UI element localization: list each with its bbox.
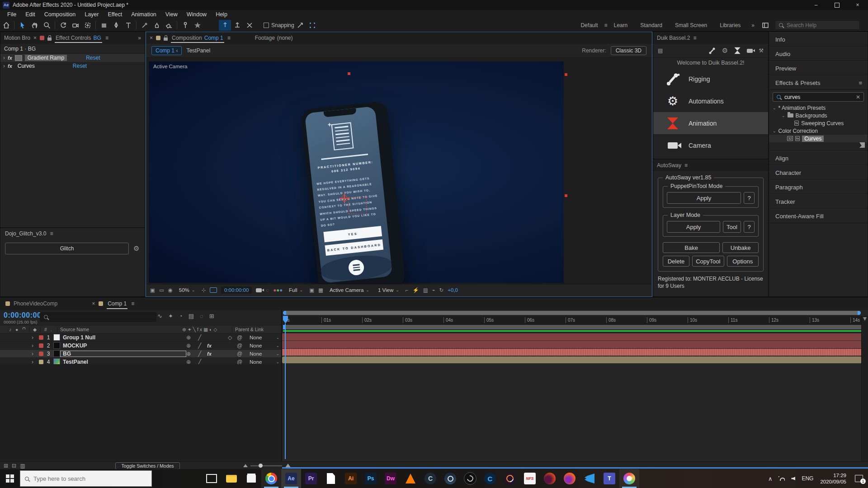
taskbar-search-input[interactable]: [33, 475, 125, 483]
tab-duik[interactable]: Duik Bassel.2: [657, 35, 690, 41]
nfs-icon[interactable]: NFS: [520, 469, 540, 488]
snap-angle-icon[interactable]: [294, 20, 307, 31]
layer-row-group-1-null[interactable]: › 1 Group 1 Null ⊕ ╱ ◇ @ None⌄: [0, 333, 281, 342]
composition-viewer[interactable]: Active Camera + PRACTITIONER NUMBER:: [146, 58, 651, 284]
menu-help[interactable]: Help: [211, 11, 232, 18]
hand-tool-icon[interactable]: [28, 20, 41, 31]
menu-window[interactable]: Window: [182, 11, 211, 18]
help-search-input[interactable]: [786, 22, 842, 29]
tree-animation-presets[interactable]: ⌄ * Animation Presets: [769, 104, 868, 112]
teams-icon[interactable]: T: [599, 469, 619, 488]
tab-phonevideocomp[interactable]: PhoneVideoComp: [14, 300, 57, 307]
reset-exposure-icon[interactable]: ↻: [439, 287, 444, 293]
hide-shy-layers-icon[interactable]: ◔: [179, 313, 183, 319]
expand-in-point-icon[interactable]: ⊞: [4, 463, 8, 469]
steam-icon[interactable]: [440, 469, 460, 488]
options-button[interactable]: Options: [727, 256, 759, 267]
comp-marker-button[interactable]: [863, 317, 867, 321]
puppet-help-button[interactable]: ?: [744, 192, 755, 204]
expand-render-icon[interactable]: ⊟: [12, 463, 16, 469]
draft-3d-icon[interactable]: ✦: [168, 313, 173, 319]
view-layout-camera-dropdown[interactable]: Active Camera⌄: [327, 287, 372, 293]
help-search[interactable]: [775, 20, 860, 30]
view-count-dropdown[interactable]: 1 View⌄: [376, 287, 401, 293]
parent-dropdown[interactable]: None⌄: [248, 359, 281, 365]
puppet-apply-button[interactable]: Apply: [667, 192, 741, 204]
panel-tracker[interactable]: Tracker: [769, 194, 868, 209]
effect-row-curves[interactable]: › fx Curves Reset: [0, 62, 145, 70]
menu-composition[interactable]: Composition: [40, 11, 80, 18]
layer-row-mockup[interactable]: › 2 MOCKUP ⊕ ╱ fx @ None⌄: [0, 342, 281, 350]
animation-small-icon[interactable]: [735, 47, 741, 54]
effects-search-input[interactable]: [783, 94, 853, 101]
fast-previews-icon[interactable]: ⚡: [412, 287, 419, 293]
close-tab-icon[interactable]: ×: [92, 300, 95, 307]
tab-autosway[interactable]: AutoSway: [657, 162, 681, 169]
dreamweaver-icon[interactable]: Dw: [381, 469, 401, 488]
composition-frame[interactable]: Active Camera + PRACTITIONER NUMBER:: [149, 61, 564, 283]
local-axis-mode-icon[interactable]: [219, 20, 231, 31]
panel-menu-icon[interactable]: ≡: [131, 300, 134, 307]
world-axis-mode-icon[interactable]: [231, 20, 243, 31]
clear-search-icon[interactable]: ✕: [856, 94, 860, 100]
monitor-icon[interactable]: ▭: [159, 287, 164, 293]
duik-item-rigging[interactable]: Rigging: [653, 68, 768, 90]
language-indicator[interactable]: ENG: [802, 475, 813, 482]
layer-name[interactable]: MOCKUP: [60, 343, 186, 349]
premiere-icon[interactable]: Pr: [301, 469, 321, 488]
menu-layer[interactable]: Layer: [80, 11, 103, 18]
panel-menu-icon[interactable]: ≡: [684, 162, 688, 169]
tab-footage[interactable]: Footage (none): [255, 35, 293, 41]
panel-menu-icon[interactable]: ≡: [227, 35, 231, 41]
expander-icon[interactable]: ›: [3, 63, 5, 69]
effect-name[interactable]: Gradient Ramp: [25, 55, 67, 61]
pick-whip-icon[interactable]: @: [237, 351, 248, 357]
duik-item-animation[interactable]: Animation: [653, 112, 768, 134]
reset-link[interactable]: Reset: [86, 55, 100, 61]
cinema4d-icon[interactable]: C: [420, 469, 440, 488]
obs-icon[interactable]: [460, 469, 480, 488]
timeline-search[interactable]: [40, 312, 156, 322]
layer-tool-button[interactable]: Tool: [723, 221, 741, 233]
notepad-icon[interactable]: [321, 469, 341, 488]
tab-composition[interactable]: Composition Comp 1: [171, 33, 224, 43]
delete-button[interactable]: Delete: [663, 256, 689, 267]
layer-help-button[interactable]: ?: [744, 221, 755, 233]
layer-handle[interactable]: [565, 73, 567, 76]
channels-icon[interactable]: ●●●: [273, 287, 283, 293]
expander-icon[interactable]: ›: [32, 343, 39, 349]
layer-color-swatch[interactable]: [39, 343, 43, 348]
layer-bar-group-1-null[interactable]: [282, 333, 862, 341]
breadcrumb-comp[interactable]: Comp 1 ‹: [151, 46, 182, 55]
layer-name[interactable]: Group 1 Null: [60, 334, 186, 341]
duik-item-camera[interactable]: Camera: [653, 134, 768, 156]
automations-small-icon[interactable]: ⚙: [722, 47, 728, 55]
panel-paragraph[interactable]: Paragraph: [769, 180, 868, 194]
playhead-line[interactable]: [285, 324, 286, 459]
workspace-small-screen[interactable]: Small Screen: [675, 22, 707, 28]
reset-link[interactable]: Reset: [73, 63, 87, 69]
brush-tool-icon[interactable]: [138, 20, 151, 31]
close-button[interactable]: ×: [847, 0, 868, 10]
expander-icon[interactable]: ›: [32, 351, 39, 357]
tree-backgrounds[interactable]: ⌄ Backgrounds: [769, 112, 868, 119]
tree-curves[interactable]: 32 fx Curves: [769, 135, 868, 142]
tab-comp1[interactable]: Comp 1: [107, 298, 127, 309]
maximize-button[interactable]: [826, 0, 847, 10]
home-tool-icon[interactable]: [0, 20, 12, 31]
panel-menu-icon[interactable]: ≡: [105, 35, 108, 41]
layer-color-swatch[interactable]: [39, 352, 43, 356]
panel-menu-icon[interactable]: ≡: [50, 230, 53, 237]
motion-sketch-tool-icon[interactable]: [191, 20, 203, 31]
toggle-switches-modes-button[interactable]: Toggle Switches / Modes: [115, 462, 179, 469]
notes-icon[interactable]: ▤: [658, 47, 663, 54]
rigging-small-icon[interactable]: [708, 47, 716, 55]
task-view-icon[interactable]: [202, 469, 222, 488]
region-of-interest-icon[interactable]: ▣: [309, 287, 314, 293]
layer-color-swatch[interactable]: [39, 360, 43, 364]
workspace-standard[interactable]: Standard: [640, 22, 662, 28]
layer-handle[interactable]: [348, 72, 350, 75]
safe-margins-icon[interactable]: [210, 287, 217, 293]
pixel-aspect-icon[interactable]: ⌐: [406, 287, 409, 293]
menu-view[interactable]: View: [161, 11, 182, 18]
